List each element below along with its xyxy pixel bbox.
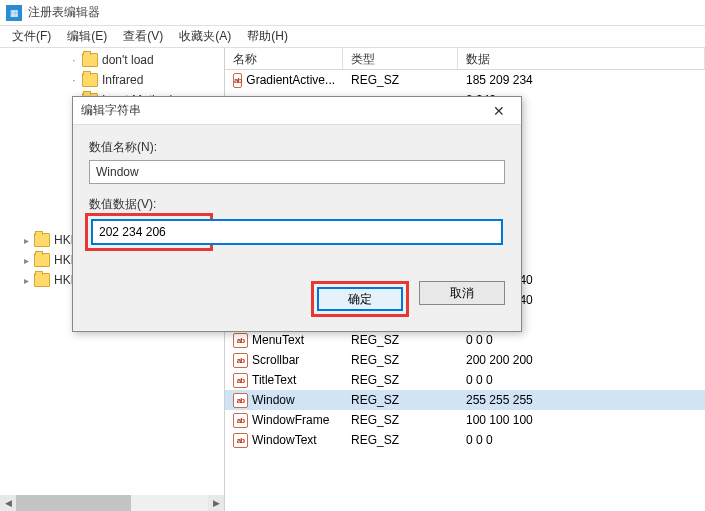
value-type: REG_SZ <box>343 333 458 347</box>
column-name[interactable]: 名称 <box>225 48 343 69</box>
list-row[interactable]: abGradientActive...REG_SZ185 209 234 <box>225 70 705 90</box>
expand-icon[interactable] <box>20 255 32 266</box>
close-icon[interactable]: ✕ <box>485 100 513 122</box>
value-name: Scrollbar <box>252 353 299 367</box>
value-data: 185 209 234 <box>458 73 705 87</box>
value-name: MenuText <box>252 333 304 347</box>
menu-view[interactable]: 查看(V) <box>115 26 171 47</box>
dialog-title: 编辑字符串 <box>81 102 485 119</box>
string-value-icon: ab <box>233 353 248 368</box>
cancel-button[interactable]: 取消 <box>419 281 505 305</box>
tree-item-label: don't load <box>102 53 154 67</box>
value-type: REG_SZ <box>343 433 458 447</box>
value-data-input[interactable] <box>92 220 502 244</box>
titlebar: ▦ 注册表编辑器 <box>0 0 705 26</box>
menu-edit[interactable]: 编辑(E) <box>59 26 115 47</box>
list-row[interactable]: abWindowREG_SZ255 255 255 <box>225 390 705 410</box>
list-row[interactable]: abTitleTextREG_SZ0 0 0 <box>225 370 705 390</box>
folder-icon <box>82 53 98 67</box>
highlight-annotation-ok: 确定 <box>311 281 409 317</box>
app-title: 注册表编辑器 <box>28 4 100 21</box>
folder-icon <box>34 253 50 267</box>
value-data: 100 100 100 <box>458 413 705 427</box>
value-name-input[interactable] <box>89 160 505 184</box>
value-data-label: 数值数据(V): <box>89 196 505 213</box>
list-row[interactable]: abWindowFrameREG_SZ100 100 100 <box>225 410 705 430</box>
value-type: REG_SZ <box>343 73 458 87</box>
value-name: TitleText <box>252 373 296 387</box>
column-data[interactable]: 数据 <box>458 48 705 69</box>
scroll-left-icon[interactable]: ◀ <box>0 495 16 511</box>
string-value-icon: ab <box>233 413 248 428</box>
string-value-icon: ab <box>233 433 248 448</box>
value-data: 255 255 255 <box>458 393 705 407</box>
ok-button[interactable]: 确定 <box>317 287 403 311</box>
tree-item[interactable]: ·don't load <box>0 50 224 70</box>
list-row[interactable]: abScrollbarREG_SZ200 200 200 <box>225 350 705 370</box>
folder-icon <box>82 73 98 87</box>
tree-item[interactable]: ·Infrared <box>0 70 224 90</box>
list-row[interactable]: abWindowTextREG_SZ0 0 0 <box>225 430 705 450</box>
highlight-annotation <box>85 213 213 251</box>
dialog-titlebar[interactable]: 编辑字符串 ✕ <box>73 97 521 125</box>
value-name-label: 数值名称(N): <box>89 139 505 156</box>
string-value-icon: ab <box>233 333 248 348</box>
tree-dot-icon: · <box>68 55 80 66</box>
expand-icon[interactable] <box>20 235 32 246</box>
value-name: GradientActive... <box>246 73 335 87</box>
list-row[interactable]: abMenuTextREG_SZ0 0 0 <box>225 330 705 350</box>
folder-icon <box>34 273 50 287</box>
value-type: REG_SZ <box>343 353 458 367</box>
value-type: REG_SZ <box>343 393 458 407</box>
value-data: 0 0 0 <box>458 333 705 347</box>
edit-string-dialog: 编辑字符串 ✕ 数值名称(N): 数值数据(V): 确定 取消 <box>72 96 522 332</box>
folder-icon <box>34 233 50 247</box>
list-header: 名称 类型 数据 <box>225 48 705 70</box>
scroll-thumb[interactable] <box>16 495 131 511</box>
menu-help[interactable]: 帮助(H) <box>239 26 296 47</box>
app-icon: ▦ <box>6 5 22 21</box>
value-data: 0 0 0 <box>458 373 705 387</box>
h-scrollbar[interactable]: ◀ ▶ <box>0 495 224 511</box>
menu-file[interactable]: 文件(F) <box>4 26 59 47</box>
string-value-icon: ab <box>233 73 242 88</box>
value-name: WindowText <box>252 433 317 447</box>
column-type[interactable]: 类型 <box>343 48 458 69</box>
menubar: 文件(F) 编辑(E) 查看(V) 收藏夹(A) 帮助(H) <box>0 26 705 48</box>
tree-item-label: Infrared <box>102 73 143 87</box>
value-type: REG_SZ <box>343 373 458 387</box>
tree-dot-icon: · <box>68 75 80 86</box>
string-value-icon: ab <box>233 373 248 388</box>
value-name: WindowFrame <box>252 413 329 427</box>
scroll-right-icon[interactable]: ▶ <box>208 495 224 511</box>
expand-icon[interactable] <box>20 275 32 286</box>
menu-favorites[interactable]: 收藏夹(A) <box>171 26 239 47</box>
string-value-icon: ab <box>233 393 248 408</box>
value-type: REG_SZ <box>343 413 458 427</box>
value-data: 200 200 200 <box>458 353 705 367</box>
value-name: Window <box>252 393 295 407</box>
value-data: 0 0 0 <box>458 433 705 447</box>
